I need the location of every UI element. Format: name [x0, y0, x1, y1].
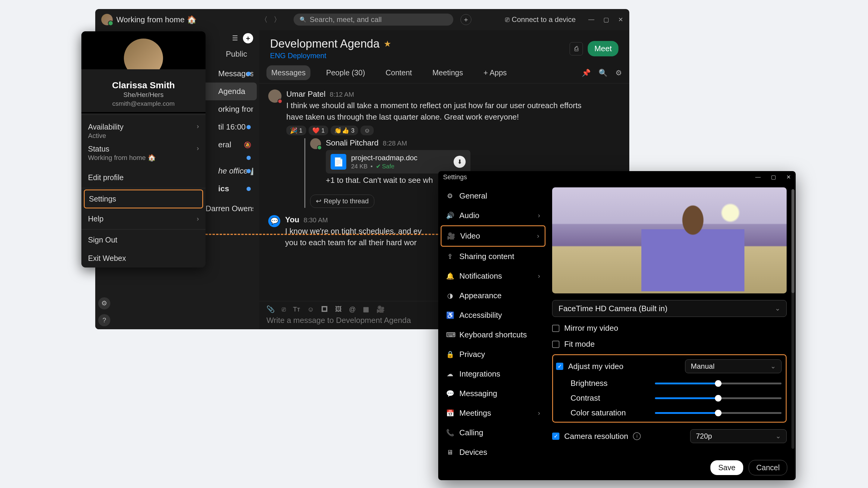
emoji-icon[interactable]: ☺	[307, 305, 314, 313]
camera-select[interactable]: FaceTime HD Camera (Built in)⌄	[552, 300, 786, 317]
nav-accessibility[interactable]: ♿Accessibility	[441, 305, 546, 325]
filter-icon[interactable]: ☰	[232, 34, 238, 42]
saturation-slider[interactable]	[655, 412, 781, 414]
reaction[interactable]: ❤️ 1	[309, 126, 329, 135]
video-preview	[552, 187, 786, 293]
resolution-select[interactable]: 720p⌄	[690, 429, 786, 443]
appearance-icon: ◑	[446, 292, 454, 300]
pin-icon[interactable]: 📌	[582, 69, 591, 77]
help-item[interactable]: Help›	[82, 210, 206, 228]
fit-checkbox[interactable]: Fit mode	[552, 339, 786, 349]
contrast-slider[interactable]	[655, 397, 781, 399]
nav-meetings[interactable]: 📅Meetings›	[441, 403, 546, 423]
nav-forward-icon[interactable]: 〉	[274, 15, 281, 24]
resolution-checkbox[interactable]: ✓	[552, 432, 559, 440]
scrollbar[interactable]	[792, 189, 795, 449]
device-icon: ⎚	[505, 15, 509, 24]
availability-row[interactable]: Availability› Active	[88, 120, 199, 142]
reply-thread-button[interactable]: ↩ Reply to thread	[310, 195, 374, 208]
nav-notifications[interactable]: 🔔Notifications›	[441, 266, 546, 286]
save-button[interactable]: Save	[710, 460, 743, 475]
gear-icon[interactable]: ⚙	[615, 69, 622, 77]
add-reaction[interactable]: ☺	[361, 126, 374, 135]
mention-icon[interactable]: @	[349, 305, 355, 313]
mirror-checkbox[interactable]: Mirror my video	[552, 324, 786, 333]
cancel-button[interactable]: Cancel	[749, 460, 787, 475]
lock-icon: 🔒	[446, 351, 454, 358]
you-avatar: 💬	[268, 215, 280, 227]
screenshot-icon[interactable]: ⎙	[569, 42, 583, 56]
avatar[interactable]	[310, 138, 321, 149]
nav-video[interactable]: 🎥Video›	[441, 225, 546, 247]
cloud-icon: ☁	[446, 370, 454, 378]
tab-content[interactable]: Content	[381, 65, 417, 80]
nav-calling[interactable]: 📞Calling	[441, 423, 546, 443]
search-input[interactable]: 🔍 Search, meet, and call	[293, 13, 453, 26]
edit-profile-item[interactable]: Edit profile	[82, 168, 206, 187]
download-icon[interactable]: ⬇	[454, 156, 466, 168]
gif-icon[interactable]: 🞐	[321, 305, 328, 313]
nav-messaging[interactable]: 💬Messaging	[441, 384, 546, 403]
chevron-right-icon: ›	[197, 215, 199, 223]
close-icon[interactable]: ✕	[618, 16, 623, 23]
settings-item[interactable]: Settings	[84, 190, 203, 208]
attach-icon[interactable]: 📎	[267, 305, 275, 313]
team-link[interactable]: ENG Deployment	[270, 52, 391, 60]
nav-appearance[interactable]: ◑Appearance	[441, 286, 546, 305]
tab-public[interactable]: Public	[226, 46, 247, 62]
tab-meetings[interactable]: Meetings	[428, 65, 468, 80]
bitmoji-icon[interactable]: 🖼	[335, 305, 342, 313]
screenshot-icon[interactable]: ⎚	[282, 305, 286, 313]
device-icon: 🖥	[446, 449, 454, 455]
adjust-mode-select[interactable]: Manual⌄	[685, 359, 781, 373]
maximize-icon[interactable]: ▢	[771, 174, 776, 181]
nav-shortcuts[interactable]: ⌨Keyboard shortcuts	[441, 325, 546, 345]
nav-devices[interactable]: 🖥Devices	[441, 443, 546, 455]
maximize-icon[interactable]: ▢	[603, 16, 609, 23]
search-icon[interactable]: 🔍	[598, 69, 608, 77]
nav-privacy[interactable]: 🔒Privacy	[441, 345, 546, 364]
nav-sharing[interactable]: ⇪Sharing content	[441, 247, 546, 266]
tab-people[interactable]: People (30)	[321, 65, 370, 80]
file-attachment[interactable]: 📄 project-roadmap.doc 24 KB•✔Safe ⬇	[326, 150, 470, 173]
nav-general[interactable]: ⚙General	[441, 186, 546, 206]
status-row[interactable]: Status› Working from home 🏠	[88, 142, 199, 164]
star-icon[interactable]: ★	[384, 39, 391, 49]
minimize-icon[interactable]: —	[588, 16, 594, 23]
connect-device[interactable]: ⎚ Connect to a device	[505, 15, 576, 24]
tab-apps[interactable]: + Apps	[478, 65, 512, 80]
reaction[interactable]: 🎉 1	[286, 126, 306, 135]
nav-integrations[interactable]: ☁Integrations	[441, 364, 546, 384]
nav-back-icon[interactable]: 〈	[260, 15, 268, 24]
tab-messages[interactable]: Messages	[267, 65, 310, 80]
unread-dot	[247, 156, 251, 160]
phone-icon: 📞	[446, 429, 454, 437]
unread-dot	[247, 169, 251, 173]
minimize-icon[interactable]: —	[755, 174, 761, 181]
search-icon: 🔍	[300, 16, 306, 23]
add-space-button[interactable]: ＋	[243, 33, 253, 43]
format-icon[interactable]: Tт	[293, 305, 300, 313]
chevron-down-icon: ⌄	[775, 432, 781, 440]
unread-dot	[247, 125, 251, 129]
info-icon[interactable]: i	[633, 432, 641, 440]
reaction[interactable]: 👏👍 3	[331, 126, 358, 135]
audio-icon: 🔊	[446, 212, 454, 220]
sign-out-item[interactable]: Sign Out	[82, 231, 206, 249]
user-status[interactable]: Working from home 🏠	[116, 15, 196, 24]
new-button[interactable]: ＋	[461, 14, 471, 25]
brightness-slider[interactable]	[655, 383, 781, 384]
markdown-icon[interactable]: ▦	[363, 305, 369, 313]
meet-button[interactable]: Meet	[588, 41, 618, 56]
avatar[interactable]	[268, 90, 281, 103]
check-icon: ✔	[376, 163, 381, 170]
adjust-checkbox[interactable]: ✓	[556, 363, 563, 370]
user-avatar[interactable]	[101, 14, 113, 25]
gear-icon[interactable]: ⚙	[98, 297, 110, 310]
nav-audio[interactable]: 🔊Audio›	[441, 206, 546, 225]
exit-item[interactable]: Exit Webex	[82, 249, 206, 267]
settings-nav: ⚙General 🔊Audio› 🎥Video› ⇪Sharing conten…	[438, 183, 548, 455]
close-icon[interactable]: ✕	[786, 174, 791, 181]
video-icon[interactable]: 🎥	[376, 305, 384, 313]
help-icon[interactable]: ?	[98, 314, 110, 326]
